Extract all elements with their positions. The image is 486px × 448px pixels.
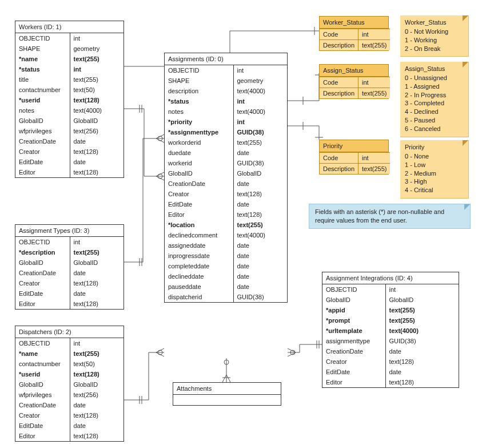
domain-field-name: Code [320,77,358,88]
field-type: text(255) [70,74,124,85]
field-name: Creator [15,410,70,421]
field-type: text(128) [233,189,287,199]
domain-priority-fields: CodeintDescriptiontext(255) [320,153,390,175]
field-type: int [233,96,287,106]
svg-line-28 [288,352,296,356]
entity-assignment-types: Assignment Types (ID: 3) OBJECTIDint*des… [15,224,124,310]
field-name: GlobalID [322,295,385,305]
note-line: 0 - Not Working [405,27,464,36]
field-type: GUID(38) [233,127,287,137]
field-type: GlobalID [70,257,124,268]
field-type: text(128) [70,369,124,379]
field-name: GlobalID [15,116,70,126]
field-type: date [233,179,287,189]
field-name: EditDate [322,367,385,377]
domain-field-type: int [358,153,391,164]
field-type: GUID(38) [385,336,459,346]
field-name: Creator [322,356,385,367]
domain-title: Assign_Status [320,65,388,77]
field-name: OBJECTID [15,33,70,43]
field-name: *location [165,220,233,230]
field-name: Editor [15,299,70,309]
note-worker-status-lines: 0 - Not Working1 - Working2 - On Break [405,27,464,53]
field-type: text(50) [70,359,124,369]
entity-workers: Workers (ID: 1) OBJECTIDintSHAPEgeometry… [15,21,124,178]
domain-title: Priority [320,140,388,152]
field-name: duedate [165,148,233,158]
note-line: 4 - Critical [405,186,464,195]
field-type: date [233,282,287,292]
svg-line-11 [156,352,164,356]
entity-assignment-integrations-fields: OBJECTIDintGlobalIDGlobalID*appidtext(25… [322,284,459,387]
field-name: *assignmenttype [165,127,233,137]
svg-line-27 [288,348,296,352]
field-name: EditDate [15,288,70,299]
entity-dispatchers: Dispatchers (ID: 2) OBJECTIDint*nametext… [15,326,124,442]
entity-assignments: Assignments (ID: 0) OBJECTIDintSHAPEgeom… [164,53,288,303]
svg-point-14 [158,136,162,141]
field-type: int [70,33,124,43]
field-name: Editor [15,431,70,441]
field-name: EditDate [15,157,70,167]
field-type: text(4000) [70,105,124,116]
field-type: text(128) [385,377,459,387]
field-name: *name [15,348,70,359]
domain-worker-status-fields: CodeintDescriptiontext(255) [320,29,390,51]
field-type: date [233,251,287,261]
field-type: date [385,367,459,377]
svg-point-26 [290,350,295,355]
field-name: Creator [165,189,233,199]
note-line: 2 - In Progress [405,91,464,100]
entity-title: Workers (ID: 1) [15,21,124,33]
field-type: text(4000) [233,230,287,240]
field-name: CreationDate [15,400,70,410]
field-name: assigneddate [165,240,233,251]
field-name: *priority [165,117,233,127]
svg-point-2 [158,174,162,179]
domain-field-name: Description [320,164,358,175]
entity-assignment-types-fields: OBJECTIDint*descriptiontext(255)GlobalID… [15,237,124,309]
field-name: declinedcomment [165,230,233,240]
field-type: date [233,199,287,209]
field-type: int [70,237,124,247]
entity-title: Assignment Types (ID: 3) [15,225,124,237]
domain-field-type: int [358,29,391,40]
entity-title: Dispatchers (ID: 2) [15,326,124,338]
field-type: date [70,157,124,167]
svg-point-9 [158,350,162,355]
field-type: date [70,268,124,278]
field-name: SHAPE [165,76,233,86]
entity-assignment-integrations: Assignment Integrations (ID: 4) OBJECTID… [322,272,459,388]
field-type: text(256) [70,126,124,136]
note-assign-status: Assign_Status 0 - Unassigned1 - Assigned… [400,62,469,137]
field-type: text(128) [70,95,124,105]
entity-dispatchers-fields: OBJECTIDint*nametext(255)contactnumberte… [15,338,124,441]
field-name: pauseddate [165,282,233,292]
note-line: 2 - Medium [405,169,464,178]
domain-assign-status: Assign_Status CodeintDescriptiontext(255… [319,64,389,99]
domain-assign-status-fields: CodeintDescriptiontext(255) [320,77,390,99]
domain-field-name: Description [320,88,358,99]
domain-worker-status: Worker_Status CodeintDescriptiontext(255… [319,16,389,51]
field-type: date [70,136,124,146]
field-type: text(128) [385,356,459,367]
field-name: OBJECTID [165,65,233,76]
field-type: GUID(38) [233,158,287,168]
note-line: 3 - High [405,177,464,186]
field-name: OBJECTID [322,284,385,295]
field-type: date [233,240,287,251]
svg-line-10 [156,348,164,352]
field-type: date [233,261,287,271]
field-type: date [70,421,124,431]
domain-field-type: text(255) [358,88,391,99]
field-name: CreationDate [322,346,385,356]
note-line: 1 - Low [405,161,464,169]
field-type: text(255) [70,348,124,359]
field-name: workorderid [165,137,233,148]
note-line: 0 - Unassigned [405,74,464,82]
field-type: text(128) [233,209,287,220]
field-type: date [70,400,124,410]
field-name: notes [165,106,233,117]
note-worker-status: Worker_Status 0 - Not Working1 - Working… [400,15,469,57]
note-priority: Priority 0 - None1 - Low2 - Medium3 - Hi… [400,140,469,199]
